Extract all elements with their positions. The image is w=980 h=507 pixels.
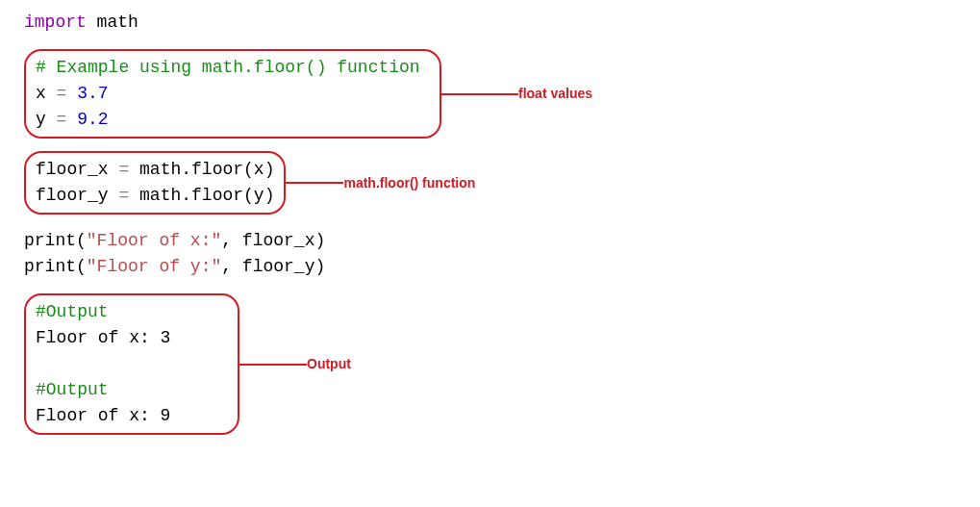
output-row: #Output Floor of x: 3 #Output Floor of x… bbox=[24, 289, 956, 440]
floor-x-expr: math.floor(x) bbox=[129, 160, 274, 179]
float-values-box: # Example using math.floor() function x … bbox=[24, 49, 441, 139]
connector-line bbox=[286, 182, 343, 184]
float-values-label: float values bbox=[518, 84, 592, 104]
y-var: y bbox=[36, 110, 57, 129]
floor-y-expr: math.floor(y) bbox=[129, 186, 274, 205]
import-module: math bbox=[87, 13, 138, 32]
connector-line bbox=[239, 364, 307, 366]
floor-function-box: floor_x = math.floor(x) floor_y = math.f… bbox=[24, 151, 286, 215]
floor-function-label: math.floor() function bbox=[343, 173, 475, 193]
import-line: import math bbox=[24, 10, 956, 36]
connector-line bbox=[441, 93, 518, 95]
output-comment-2: #Output bbox=[36, 380, 109, 399]
import-keyword: import bbox=[24, 13, 87, 32]
block1-comment: # Example using math.floor() function bbox=[36, 58, 420, 77]
x-value: 3.7 bbox=[77, 84, 108, 103]
output-result-2: Floor of x: 9 bbox=[36, 403, 228, 429]
y-value: 9.2 bbox=[77, 110, 108, 129]
floor-y-var: floor_y bbox=[36, 186, 118, 205]
print-line-2: print("Floor of y:", floor_y) bbox=[24, 254, 956, 280]
print-str-1: "Floor of x:" bbox=[87, 231, 221, 250]
floor-x-var: floor_x bbox=[36, 160, 118, 179]
floor-function-row: floor_x = math.floor(x) floor_y = math.f… bbox=[24, 146, 956, 219]
assign-op: = bbox=[57, 110, 67, 129]
output-comment-1: #Output bbox=[36, 302, 109, 321]
output-label: Output bbox=[307, 354, 351, 374]
assign-op: = bbox=[118, 160, 129, 179]
assign-op: = bbox=[118, 186, 129, 205]
print-line-1: print("Floor of x:", floor_x) bbox=[24, 228, 956, 254]
float-values-row: # Example using math.floor() function x … bbox=[24, 44, 956, 143]
print-str-2: "Floor of y:" bbox=[87, 257, 221, 276]
output-result-1: Floor of x: 3 bbox=[36, 325, 228, 351]
x-var: x bbox=[36, 84, 57, 103]
assign-op: = bbox=[57, 84, 67, 103]
output-box: #Output Floor of x: 3 #Output Floor of x… bbox=[24, 293, 239, 435]
